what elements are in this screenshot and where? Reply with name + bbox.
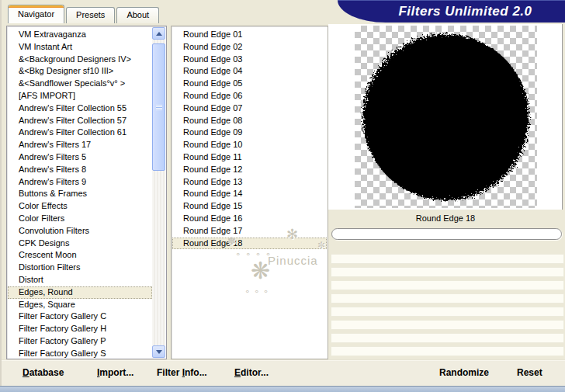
navigator-scrollbar[interactable]: [152, 27, 165, 358]
scrollbar-thumb[interactable]: [152, 43, 165, 171]
filter-list-item[interactable]: Round Edge 16: [172, 213, 327, 225]
category-list-item[interactable]: Color Filters: [8, 213, 152, 225]
arrow-up-icon: [156, 32, 162, 36]
scroll-up-button[interactable]: [152, 27, 165, 40]
category-list-item[interactable]: &<Background Designers IV>: [8, 54, 152, 66]
app-title: Filters Unlimited 2.0: [372, 4, 532, 19]
filter-list-item[interactable]: Round Edge 08: [172, 115, 327, 127]
filter-list-item[interactable]: Round Edge 10: [172, 139, 327, 151]
parameter-row: [331, 280, 564, 290]
filter-list-item[interactable]: Round Edge 06: [172, 90, 327, 102]
filter-list-item[interactable]: Round Edge 09: [172, 127, 327, 139]
editor-button[interactable]: Editor...: [234, 367, 269, 378]
parameter-rows: [331, 254, 564, 359]
category-list-item[interactable]: Andrew's Filter Collection 55: [8, 102, 152, 115]
category-list-item[interactable]: &<Bkg Designer sf10 III>: [8, 65, 152, 78]
database-button[interactable]: Database: [23, 367, 64, 378]
parameter-row: [331, 307, 564, 317]
category-list-item[interactable]: Filter Factory Gallery S: [8, 348, 152, 358]
filter-list-item[interactable]: Round Edge 04: [172, 65, 327, 78]
category-list-item[interactable]: Andrew's Filter Collection 57: [8, 115, 152, 127]
filter-list-item[interactable]: Round Edge 12: [172, 164, 327, 176]
preview-progress-bar[interactable]: [331, 228, 562, 240]
parameter-row: [331, 333, 564, 343]
filter-listbox[interactable]: Round Edge 01Round Edge 02Round Edge 03R…: [171, 26, 328, 359]
category-list-item[interactable]: VM Instant Art: [8, 41, 152, 54]
preview-pane[interactable]: [328, 24, 563, 210]
reset-button[interactable]: Reset: [517, 367, 542, 378]
scroll-down-button[interactable]: [152, 345, 165, 358]
filter-list-item[interactable]: Round Edge 18: [172, 238, 327, 250]
filters-unlimited-window: Filters Unlimited 2.0 Navigator Presets …: [0, 0, 565, 386]
category-list-item[interactable]: Edges, Round: [8, 286, 152, 299]
parameter-row: [331, 267, 564, 277]
filter-list-item[interactable]: Round Edge 17: [172, 225, 327, 238]
parameter-row: [331, 293, 564, 304]
category-list-item[interactable]: Buttons & Frames: [8, 188, 152, 200]
category-list-item[interactable]: Distortion Filters: [8, 262, 152, 274]
filter-list-item[interactable]: Round Edge 13: [172, 176, 327, 189]
category-list-item[interactable]: Color Effects: [8, 200, 152, 213]
category-list-item[interactable]: [AFS IMPORT]: [8, 90, 152, 102]
category-list-item[interactable]: Andrew's Filters 17: [8, 139, 152, 151]
category-list-item[interactable]: Filter Factory Gallery H: [8, 323, 152, 335]
action-bar: Database Import... Filter Info... Editor…: [2, 359, 565, 386]
tab-presets[interactable]: Presets: [66, 7, 115, 23]
arrow-down-icon: [156, 350, 162, 354]
category-list-item[interactable]: Convolution Filters: [8, 225, 152, 238]
tab-navigator[interactable]: Navigator: [8, 5, 64, 23]
category-list-item[interactable]: Andrew's Filter Collection 61: [8, 127, 152, 139]
app-title-banner: Filters Unlimited 2.0: [338, 0, 565, 23]
filter-info-button[interactable]: Filter Info...: [157, 367, 207, 378]
tab-bar: Navigator Presets About: [8, 5, 161, 23]
preview-caption: Round Edge 18: [416, 213, 475, 223]
category-list-item[interactable]: Andrew's Filters 8: [8, 164, 152, 176]
category-list-item[interactable]: CPK Designs: [8, 238, 152, 250]
filter-list-item[interactable]: Round Edge 14: [172, 188, 327, 200]
category-list-item[interactable]: Distort: [8, 274, 152, 286]
thumb-grip-icon: [156, 105, 162, 110]
parameter-row: [331, 320, 564, 330]
filter-list-item[interactable]: Round Edge 11: [172, 151, 327, 164]
import-button[interactable]: Import...: [97, 367, 133, 378]
navigator-category-items: VM ExtravaganzaVM Instant Art&<Backgroun…: [8, 29, 152, 358]
category-list-item[interactable]: Crescent Moon: [8, 249, 152, 262]
filter-list-item[interactable]: Round Edge 07: [172, 102, 327, 115]
filter-items: Round Edge 01Round Edge 02Round Edge 03R…: [172, 29, 327, 358]
filter-list-item[interactable]: Round Edge 02: [172, 41, 327, 54]
tab-about[interactable]: About: [116, 7, 159, 23]
category-list-item[interactable]: Filter Factory Gallery C: [8, 310, 152, 323]
preview-caption-band: Round Edge 18: [328, 210, 563, 227]
parameter-row: [331, 346, 564, 356]
parameter-row: [331, 254, 564, 264]
category-list-item[interactable]: Andrew's Filters 5: [8, 151, 152, 164]
transparency-checkerboard: [355, 26, 537, 208]
category-list-item[interactable]: Edges, Square: [8, 299, 152, 311]
navigator-category-listbox[interactable]: VM ExtravaganzaVM Instant Art&<Backgroun…: [6, 26, 167, 359]
category-list-item[interactable]: &<Sandflower Specials°v° >: [8, 78, 152, 90]
category-list-item[interactable]: Filter Factory Gallery P: [8, 335, 152, 348]
filter-list-item[interactable]: Round Edge 15: [172, 200, 327, 213]
filter-list-item[interactable]: Round Edge 01: [172, 29, 327, 41]
randomize-button[interactable]: Randomize: [439, 367, 489, 378]
category-list-item[interactable]: Andrew's Filters 9: [8, 176, 152, 189]
round-edge-preview-shape: [355, 26, 537, 208]
filter-list-item[interactable]: Round Edge 03: [172, 54, 327, 66]
filter-list-item[interactable]: Round Edge 05: [172, 78, 327, 90]
background-strip: [0, 386, 565, 392]
category-list-item[interactable]: VM Extravaganza: [8, 29, 152, 41]
